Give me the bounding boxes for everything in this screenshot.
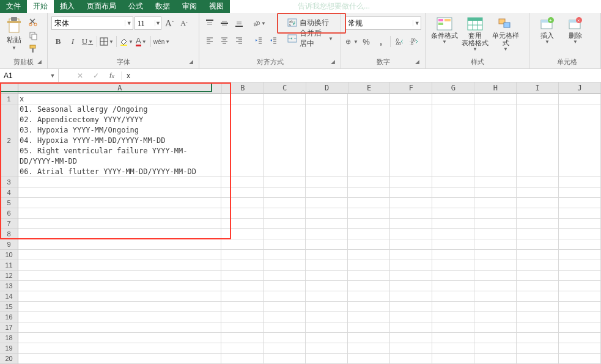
font-size-combo[interactable]: ▼ (135, 16, 161, 30)
cell-I14[interactable] (517, 291, 559, 302)
cell-G2[interactable] (432, 104, 474, 177)
cell-F18[interactable] (390, 333, 432, 343)
grow-font-button[interactable]: Aˆ (163, 16, 176, 30)
cell-G19[interactable] (432, 343, 474, 354)
cell-A8[interactable] (18, 229, 221, 239)
cell-F2[interactable] (390, 104, 432, 177)
cell-H12[interactable] (474, 271, 517, 281)
cell-E13[interactable] (348, 281, 390, 291)
cell-H6[interactable] (474, 208, 517, 219)
cell-F8[interactable] (390, 229, 432, 239)
merge-center-button[interactable]: 合并后居中 ▼ (284, 31, 337, 46)
cell-G15[interactable] (432, 302, 474, 312)
cell-E9[interactable] (348, 239, 390, 250)
cell-J3[interactable] (559, 177, 601, 187)
column-header-G[interactable]: G (432, 82, 474, 94)
cell-H7[interactable] (474, 219, 517, 229)
cell-F17[interactable] (390, 322, 432, 333)
row-header-18[interactable]: 18 (0, 333, 18, 343)
cell-C17[interactable] (264, 322, 306, 333)
cell-F6[interactable] (390, 208, 432, 219)
cell-F14[interactable] (390, 291, 432, 302)
cell-B13[interactable] (221, 281, 264, 291)
cell-F11[interactable] (390, 260, 432, 271)
cell-H5[interactable] (474, 198, 517, 208)
cancel-formula-button[interactable]: ✕ (73, 71, 87, 80)
comma-button[interactable]: , (374, 35, 388, 48)
cell-H13[interactable] (474, 281, 517, 291)
cell-G14[interactable] (432, 291, 474, 302)
cell-A13[interactable] (18, 281, 221, 291)
cell-C4[interactable] (264, 187, 306, 198)
cell-D4[interactable] (306, 187, 348, 198)
cell-G9[interactable] (432, 239, 474, 250)
row-header-13[interactable]: 13 (0, 281, 18, 291)
cell-J2[interactable] (559, 104, 601, 177)
row-header-10[interactable]: 10 (0, 250, 18, 260)
cut-button[interactable] (27, 16, 39, 27)
cell-B6[interactable] (221, 208, 264, 219)
cell-A18[interactable] (18, 333, 221, 343)
font-launcher[interactable]: ◢ (187, 59, 195, 67)
row-header-19[interactable]: 19 (0, 343, 18, 354)
column-header-A[interactable]: A (18, 82, 222, 94)
copy-button[interactable] (27, 30, 39, 41)
align-left-button[interactable] (203, 34, 216, 47)
cell-J11[interactable] (559, 260, 601, 271)
cell-G5[interactable] (432, 198, 474, 208)
insert-cells-button[interactable]: + 插入▼ (533, 15, 561, 45)
fill-color-button[interactable]: ▼ (119, 35, 133, 48)
formula-input[interactable]: x (122, 71, 601, 80)
cell-I18[interactable] (517, 333, 559, 343)
increase-indent-button[interactable] (267, 34, 280, 47)
cell-A5[interactable] (18, 198, 221, 208)
cell-C20[interactable] (264, 354, 306, 364)
cell-D1[interactable] (306, 94, 348, 104)
cell-H14[interactable] (474, 291, 517, 302)
italic-button[interactable]: I (66, 35, 79, 48)
cell-D11[interactable] (306, 260, 348, 271)
cell-B18[interactable] (221, 333, 264, 343)
cell-H1[interactable] (474, 94, 517, 104)
cell-B19[interactable] (221, 343, 264, 354)
column-header-E[interactable]: E (348, 82, 391, 94)
cell-G7[interactable] (432, 219, 474, 229)
cell-G17[interactable] (432, 322, 474, 333)
cell-I12[interactable] (517, 271, 559, 281)
cell-A2[interactable]: 01. Seasonal allergy /Ongoing 02. Append… (18, 104, 221, 177)
cell-C9[interactable] (264, 239, 306, 250)
clipboard-launcher[interactable]: ◢ (35, 59, 43, 67)
cell-styles-button[interactable]: 单元格样式▼ (490, 15, 521, 52)
cell-C16[interactable] (264, 312, 306, 322)
cell-F20[interactable] (390, 354, 432, 364)
cell-B1[interactable] (221, 94, 264, 104)
cell-F13[interactable] (390, 281, 432, 291)
chevron-down-icon[interactable]: ▼ (48, 73, 57, 79)
cell-D3[interactable] (306, 177, 348, 187)
row-header-11[interactable]: 11 (0, 260, 18, 271)
cell-A20[interactable] (18, 354, 221, 364)
border-button[interactable]: ▼ (100, 35, 114, 48)
cell-I13[interactable] (517, 281, 559, 291)
cell-G11[interactable] (432, 260, 474, 271)
cell-C14[interactable] (264, 291, 306, 302)
column-header-C[interactable]: C (264, 82, 306, 94)
cell-G16[interactable] (432, 312, 474, 322)
conditional-format-button[interactable]: 条件格式▼ (429, 15, 460, 45)
cell-C13[interactable] (264, 281, 306, 291)
format-as-table-button[interactable]: 套用 表格格式▼ (460, 15, 490, 52)
cell-F4[interactable] (390, 187, 432, 198)
row-header-8[interactable]: 8 (0, 229, 18, 239)
cell-J10[interactable] (559, 250, 601, 260)
cell-C2[interactable] (264, 104, 306, 177)
cell-J15[interactable] (559, 302, 601, 312)
name-box-input[interactable] (0, 71, 48, 80)
cell-F1[interactable] (390, 94, 432, 104)
cell-B7[interactable] (221, 219, 264, 229)
cell-I3[interactable] (517, 177, 559, 187)
cell-A10[interactable] (18, 250, 221, 260)
cell-D15[interactable] (306, 302, 348, 312)
cell-C6[interactable] (264, 208, 306, 219)
shrink-font-button[interactable]: Aˇ (177, 16, 191, 30)
cell-H15[interactable] (474, 302, 517, 312)
